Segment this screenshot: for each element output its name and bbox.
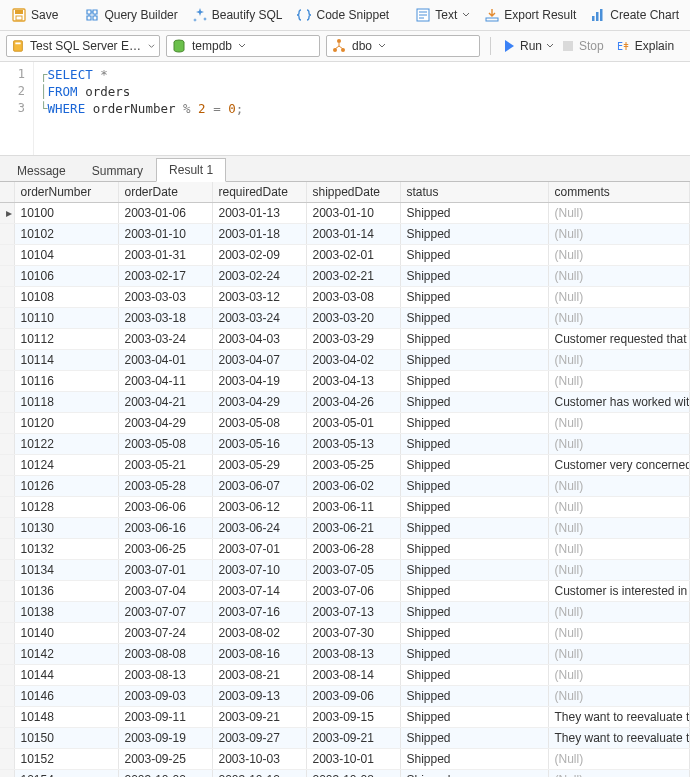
cell-requireddate[interactable]: 2003-04-29 (212, 392, 306, 413)
cell-orderdate[interactable]: 2003-08-13 (118, 665, 212, 686)
export-result-button[interactable]: Export Result (479, 4, 581, 26)
col-status[interactable]: status (400, 182, 548, 203)
table-row[interactable]: 101082003-03-032003-03-122003-03-08Shipp… (0, 287, 690, 308)
table-row[interactable]: 101162003-04-112003-04-192003-04-13Shipp… (0, 371, 690, 392)
cell-orderdate[interactable]: 2003-06-25 (118, 539, 212, 560)
cell-requireddate[interactable]: 2003-06-07 (212, 476, 306, 497)
cell-shippeddate[interactable]: 2003-01-14 (306, 224, 400, 245)
cell-status[interactable]: Shipped (400, 518, 548, 539)
cell-status[interactable]: Shipped (400, 392, 548, 413)
cell-status[interactable]: Shipped (400, 770, 548, 778)
code-area[interactable]: ┌SELECT * │FROM orders └WHERE orderNumbe… (34, 62, 690, 155)
cell-status[interactable]: Shipped (400, 476, 548, 497)
cell-comments[interactable]: (Null) (548, 686, 690, 707)
cell-ordernumber[interactable]: 10148 (14, 707, 118, 728)
save-button[interactable]: Save (6, 4, 63, 26)
cell-orderdate[interactable]: 2003-03-18 (118, 308, 212, 329)
cell-requireddate[interactable]: 2003-05-08 (212, 413, 306, 434)
cell-ordernumber[interactable]: 10142 (14, 644, 118, 665)
beautify-button[interactable]: Beautify SQL (187, 4, 288, 26)
cell-requireddate[interactable]: 2003-06-12 (212, 497, 306, 518)
cell-shippeddate[interactable]: 2003-02-21 (306, 266, 400, 287)
cell-status[interactable]: Shipped (400, 602, 548, 623)
cell-shippeddate[interactable]: 2003-06-28 (306, 539, 400, 560)
cell-comments[interactable]: (Null) (548, 644, 690, 665)
cell-ordernumber[interactable]: 10124 (14, 455, 118, 476)
cell-comments[interactable]: (Null) (548, 518, 690, 539)
cell-shippeddate[interactable]: 2003-06-02 (306, 476, 400, 497)
run-button[interactable]: Run (501, 38, 554, 54)
cell-ordernumber[interactable]: 10140 (14, 623, 118, 644)
cell-comments[interactable]: (Null) (548, 350, 690, 371)
cell-shippeddate[interactable]: 2003-06-11 (306, 497, 400, 518)
cell-orderdate[interactable]: 2003-04-29 (118, 413, 212, 434)
cell-comments[interactable]: Customer requested that a (548, 329, 690, 350)
cell-requireddate[interactable]: 2003-04-07 (212, 350, 306, 371)
cell-comments[interactable]: (Null) (548, 602, 690, 623)
cell-shippeddate[interactable]: 2003-05-01 (306, 413, 400, 434)
cell-orderdate[interactable]: 2003-06-16 (118, 518, 212, 539)
cell-shippeddate[interactable]: 2003-09-21 (306, 728, 400, 749)
col-orderdate[interactable]: orderDate (118, 182, 212, 203)
cell-shippeddate[interactable]: 2003-02-01 (306, 245, 400, 266)
cell-ordernumber[interactable]: 10130 (14, 518, 118, 539)
cell-ordernumber[interactable]: 10108 (14, 287, 118, 308)
cell-comments[interactable]: (Null) (548, 749, 690, 770)
cell-orderdate[interactable]: 2003-04-11 (118, 371, 212, 392)
code-snippet-button[interactable]: Code Snippet (291, 4, 394, 26)
cell-orderdate[interactable]: 2003-07-07 (118, 602, 212, 623)
cell-comments[interactable]: (Null) (548, 287, 690, 308)
cell-orderdate[interactable]: 2003-07-24 (118, 623, 212, 644)
cell-shippeddate[interactable]: 2003-01-10 (306, 203, 400, 224)
schema-combo[interactable]: dbo (326, 35, 480, 57)
table-row[interactable]: 101542003-10-022003-10-122003-10-08Shipp… (0, 770, 690, 778)
cell-shippeddate[interactable]: 2003-03-29 (306, 329, 400, 350)
cell-orderdate[interactable]: 2003-03-03 (118, 287, 212, 308)
cell-comments[interactable]: Customer very concerned (548, 455, 690, 476)
result-grid-wrap[interactable]: orderNumber orderDate requiredDate shipp… (0, 182, 690, 777)
cell-shippeddate[interactable]: 2003-08-13 (306, 644, 400, 665)
cell-shippeddate[interactable]: 2003-04-26 (306, 392, 400, 413)
cell-shippeddate[interactable]: 2003-10-08 (306, 770, 400, 778)
cell-requireddate[interactable]: 2003-04-19 (212, 371, 306, 392)
table-row[interactable]: 101502003-09-192003-09-272003-09-21Shipp… (0, 728, 690, 749)
cell-status[interactable]: Shipped (400, 539, 548, 560)
cell-ordernumber[interactable]: 10100 (14, 203, 118, 224)
cell-status[interactable]: Shipped (400, 287, 548, 308)
cell-status[interactable]: Shipped (400, 707, 548, 728)
cell-shippeddate[interactable]: 2003-07-05 (306, 560, 400, 581)
cell-ordernumber[interactable]: 10102 (14, 224, 118, 245)
cell-comments[interactable]: (Null) (548, 224, 690, 245)
cell-requireddate[interactable]: 2003-03-24 (212, 308, 306, 329)
cell-status[interactable]: Shipped (400, 644, 548, 665)
cell-comments[interactable]: (Null) (548, 476, 690, 497)
create-chart-button[interactable]: Create Chart (585, 4, 684, 26)
cell-ordernumber[interactable]: 10154 (14, 770, 118, 778)
tab-summary[interactable]: Summary (79, 159, 156, 182)
cell-shippeddate[interactable]: 2003-08-14 (306, 665, 400, 686)
cell-orderdate[interactable]: 2003-10-02 (118, 770, 212, 778)
cell-orderdate[interactable]: 2003-04-21 (118, 392, 212, 413)
cell-requireddate[interactable]: 2003-02-09 (212, 245, 306, 266)
cell-status[interactable]: Shipped (400, 329, 548, 350)
cell-shippeddate[interactable]: 2003-05-25 (306, 455, 400, 476)
cell-comments[interactable]: Customer has worked with (548, 392, 690, 413)
cell-shippeddate[interactable]: 2003-03-08 (306, 287, 400, 308)
table-row[interactable]: 101222003-05-082003-05-162003-05-13Shipp… (0, 434, 690, 455)
table-row[interactable]: 101402003-07-242003-08-022003-07-30Shipp… (0, 623, 690, 644)
cell-shippeddate[interactable]: 2003-04-02 (306, 350, 400, 371)
cell-comments[interactable]: (Null) (548, 665, 690, 686)
cell-shippeddate[interactable]: 2003-10-01 (306, 749, 400, 770)
table-row[interactable]: 101102003-03-182003-03-242003-03-20Shipp… (0, 308, 690, 329)
cell-ordernumber[interactable]: 10118 (14, 392, 118, 413)
cell-orderdate[interactable]: 2003-02-17 (118, 266, 212, 287)
table-row[interactable]: 101522003-09-252003-10-032003-10-01Shipp… (0, 749, 690, 770)
cell-shippeddate[interactable]: 2003-07-30 (306, 623, 400, 644)
cell-orderdate[interactable]: 2003-04-01 (118, 350, 212, 371)
cell-requireddate[interactable]: 2003-07-10 (212, 560, 306, 581)
cell-ordernumber[interactable]: 10150 (14, 728, 118, 749)
cell-status[interactable]: Shipped (400, 266, 548, 287)
table-row[interactable]: 101042003-01-312003-02-092003-02-01Shipp… (0, 245, 690, 266)
cell-orderdate[interactable]: 2003-05-21 (118, 455, 212, 476)
table-row[interactable]: 101302003-06-162003-06-242003-06-21Shipp… (0, 518, 690, 539)
